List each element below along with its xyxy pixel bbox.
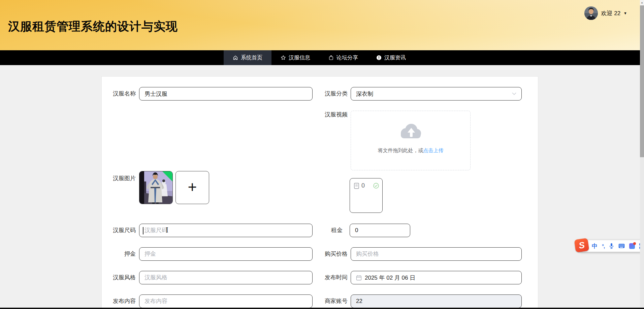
- screen: 汉服租赁管理系统的设计与实现 欢迎 22 ▼: [0, 0, 644, 309]
- chevron-down-icon: [512, 92, 516, 95]
- tab-label: 汉服信息: [289, 54, 310, 61]
- upload-cloud-icon: [398, 121, 423, 140]
- uploaded-file-item[interactable]: 0: [350, 178, 383, 213]
- ibeam-cursor: I: [166, 226, 168, 234]
- publish-content-input[interactable]: [139, 294, 313, 308]
- ime-cn-mode-icon[interactable]: 中: [592, 242, 598, 250]
- publish-time-input[interactable]: 2025 年 02 月 06 日: [351, 271, 522, 284]
- tab-label: 汉服资讯: [384, 54, 406, 61]
- merchant-account-input: [351, 294, 522, 308]
- publish-content-label: 发布内容: [108, 294, 136, 308]
- welcome-text: 欢迎 22: [601, 9, 620, 17]
- window-bottom-edge: [0, 308, 644, 309]
- ime-punctuation-icon[interactable]: °,: [602, 243, 605, 249]
- chevron-down-icon: ▼: [623, 11, 627, 15]
- tab-label: 论坛分享: [336, 54, 358, 61]
- selected-value: 深衣制: [356, 90, 373, 98]
- file-name: 0: [361, 182, 365, 189]
- date-value: 2025 年 02 月 06 日: [365, 274, 415, 282]
- main-navbar: 系统首页 汉服信息 论坛分享: [0, 50, 644, 65]
- hanfu-name-input[interactable]: [139, 87, 313, 101]
- hanfu-style-input[interactable]: [139, 271, 313, 284]
- hanfu-video-label: 汉服视频: [322, 111, 348, 119]
- user-menu[interactable]: 欢迎 22 ▼: [584, 6, 627, 20]
- sogou-logo-icon[interactable]: S: [574, 238, 589, 252]
- hanfu-category-label: 汉服分类: [322, 87, 348, 101]
- ime-toolbar: S 中 °,: [577, 240, 644, 252]
- hanfu-image-label: 汉服图片: [108, 174, 136, 182]
- add-image-button[interactable]: +: [175, 171, 209, 204]
- rent-input[interactable]: [350, 224, 410, 237]
- home-icon: [233, 55, 238, 60]
- nav-tabs: 系统首页 汉服信息 论坛分享: [224, 50, 415, 65]
- plus-icon: +: [188, 179, 197, 195]
- merchant-account-label: 商家账号: [322, 294, 348, 308]
- avatar[interactable]: [584, 6, 598, 20]
- tab-hanfu-info[interactable]: 汉服信息: [271, 50, 319, 65]
- hanfu-image-thumbnail[interactable]: ✓: [139, 171, 173, 204]
- tab-system-home[interactable]: 系统首页: [224, 50, 271, 65]
- upload-click-link[interactable]: 点击上传: [423, 147, 444, 153]
- upload-tip: 将文件拖到此处，或点击上传: [378, 147, 444, 154]
- purchase-price-input[interactable]: [351, 247, 522, 261]
- text-caret: [143, 227, 143, 234]
- bag-icon: [328, 55, 334, 60]
- scroll-up-button[interactable]: ▲: [640, 0, 644, 5]
- video-upload-dropzone[interactable]: 将文件拖到此处，或点击上传: [351, 111, 471, 170]
- star-icon: [281, 55, 286, 60]
- hanfu-category-select[interactable]: 深衣制: [351, 87, 522, 101]
- deposit-label: 押金: [108, 247, 136, 261]
- tab-label: 系统首页: [241, 54, 262, 61]
- page-header: 汉服租赁管理系统的设计与实现 欢迎 22 ▼: [0, 0, 644, 50]
- tab-hanfu-news[interactable]: 汉服资讯: [367, 50, 415, 65]
- publish-time-label: 发布时间: [322, 271, 348, 284]
- success-badge: [162, 171, 172, 181]
- hanfu-size-input[interactable]: [139, 224, 313, 237]
- rent-label: 租金: [326, 224, 343, 237]
- form-panel: 汉服名称 汉服分类 深衣制 汉服视频: [101, 76, 538, 309]
- calendar-icon: [356, 275, 362, 281]
- page-title: 汉服租赁管理系统的设计与实现: [8, 19, 178, 34]
- microphone-icon[interactable]: [609, 243, 614, 249]
- hanfu-size-label: 汉服尺码: [108, 224, 136, 237]
- info-icon: [376, 55, 382, 60]
- ime-skin-icon[interactable]: [629, 243, 635, 249]
- vertical-scrollbar[interactable]: ▲: [640, 0, 644, 309]
- keyboard-icon[interactable]: [618, 244, 625, 248]
- avatar-image: [584, 6, 598, 20]
- scrollbar-thumb[interactable]: [640, 5, 644, 157]
- hanfu-name-label: 汉服名称: [108, 87, 136, 101]
- purchase-price-label: 购买价格: [322, 247, 348, 261]
- hanfu-style-label: 汉服风格: [108, 271, 136, 284]
- tab-forum-share[interactable]: 论坛分享: [319, 50, 367, 65]
- document-icon: [354, 183, 359, 189]
- deposit-input[interactable]: [139, 247, 313, 261]
- upload-success-icon: [373, 183, 379, 189]
